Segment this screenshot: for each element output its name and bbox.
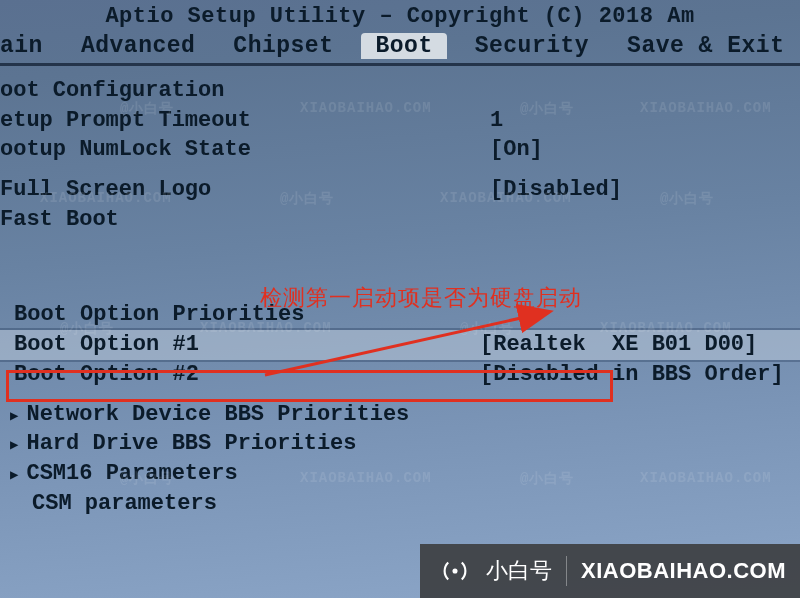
brand-badge: 小白号 XIAOBAIHAO.COM	[420, 544, 800, 598]
label-network-bbs: Network Device BBS Priorities	[26, 400, 516, 430]
tab-chipset[interactable]: Chipset	[223, 33, 343, 59]
row-boot-option-2[interactable]: Boot Option #2 [Disabled in BBS Order]	[0, 360, 800, 390]
value-setup-prompt-timeout: 1	[490, 106, 503, 136]
tab-save-exit[interactable]: Save & Exit	[617, 33, 794, 59]
label-fast-boot: Fast Boot	[0, 205, 490, 235]
bios-title: Aptio Setup Utility – Copyright (C) 2018…	[0, 0, 800, 31]
tab-security[interactable]: Security	[465, 33, 599, 59]
label-bootup-numlock-state: ootup NumLock State	[0, 135, 490, 165]
label-full-screen-logo: Full Screen Logo	[0, 175, 490, 205]
brand-divider	[566, 556, 567, 586]
menu-tabs: ain Advanced Chipset Boot Security Save …	[0, 31, 800, 63]
brand-logo-icon	[438, 554, 472, 588]
svg-point-1	[452, 568, 457, 573]
section-boot-option-priorities: Boot Option Priorities	[0, 300, 800, 330]
label-csm-parameters: CSM parameters	[0, 489, 490, 519]
label-boot-option-1: Boot Option #1	[0, 330, 480, 360]
tab-advanced[interactable]: Advanced	[71, 33, 205, 59]
row-setup-prompt-timeout[interactable]: etup Prompt Timeout 1	[0, 106, 800, 136]
row-csm-parameters[interactable]: CSM parameters	[0, 489, 800, 519]
row-fast-boot[interactable]: Fast Boot	[0, 205, 800, 235]
value-boot-option-1: [Realtek XE B01 D00]	[480, 330, 757, 360]
value-bootup-numlock-state: [On]	[490, 135, 543, 165]
row-csm16-parameters[interactable]: CSM16 Parameters	[0, 459, 800, 489]
value-boot-option-2: [Disabled in BBS Order]	[480, 360, 784, 390]
brand-domain: XIAOBAIHAO.COM	[581, 558, 786, 584]
row-full-screen-logo[interactable]: Full Screen Logo [Disabled]	[0, 175, 800, 205]
bios-screen: Aptio Setup Utility – Copyright (C) 2018…	[0, 0, 800, 598]
value-full-screen-logo: [Disabled]	[490, 175, 622, 205]
label-setup-prompt-timeout: etup Prompt Timeout	[0, 106, 490, 136]
row-bootup-numlock-state[interactable]: ootup NumLock State [On]	[0, 135, 800, 165]
label-boot-option-2: Boot Option #2	[0, 360, 480, 390]
row-network-bbs-priorities[interactable]: Network Device BBS Priorities	[0, 400, 800, 430]
tab-main[interactable]: ain	[0, 33, 53, 59]
label-csm16-parameters: CSM16 Parameters	[26, 459, 516, 489]
section-boot-configuration: oot Configuration	[0, 76, 800, 106]
tab-boot[interactable]: Boot	[361, 33, 446, 59]
brand-name: 小白号	[486, 556, 552, 586]
boot-panel: oot Configuration etup Prompt Timeout 1 …	[0, 63, 800, 518]
row-hard-drive-bbs-priorities[interactable]: Hard Drive BBS Priorities	[0, 429, 800, 459]
row-boot-option-1[interactable]: Boot Option #1 [Realtek XE B01 D00]	[0, 330, 800, 360]
label-hard-drive-bbs: Hard Drive BBS Priorities	[26, 429, 516, 459]
